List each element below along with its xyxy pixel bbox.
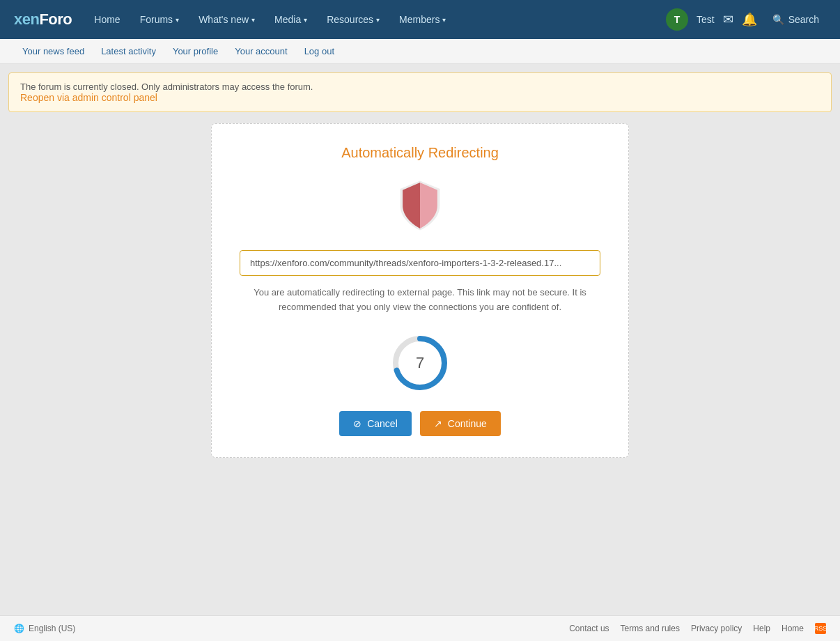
footer-contact-link[interactable]: Contact us (569, 624, 609, 633)
nav-resources[interactable]: Resources ▾ (318, 8, 388, 31)
media-arrow: ▾ (304, 16, 307, 24)
footer-language[interactable]: 🌐 English (US) (14, 624, 75, 633)
resources-arrow: ▾ (376, 16, 380, 24)
footer-home-link[interactable]: Home (781, 624, 804, 633)
continue-button[interactable]: ↗ Continue (420, 411, 501, 436)
search-button[interactable]: 🔍 Search (765, 10, 826, 29)
footer-links: Contact us Terms and rules Privacy polic… (569, 623, 826, 634)
mail-icon[interactable]: ✉ (723, 12, 733, 27)
logo[interactable]: xenForo (14, 10, 72, 29)
logo-foro: Foro (39, 10, 72, 28)
alert-banner: The forum is currently closed. Only admi… (8, 72, 832, 112)
main-nav: Home Forums ▾ What's new ▾ Media ▾ Resou… (86, 8, 666, 31)
redirect-title: Automatically Redirecting (240, 145, 600, 161)
globe-icon: 🌐 (14, 624, 24, 633)
footer-privacy-link[interactable]: Privacy policy (691, 624, 742, 633)
nav-forums[interactable]: Forums ▾ (132, 8, 187, 31)
logo-xen: xen (14, 10, 39, 28)
action-buttons: ⊘ Cancel ↗ Continue (240, 411, 600, 436)
whats-new-arrow: ▾ (251, 16, 255, 24)
user-name[interactable]: Test (697, 14, 715, 25)
reopen-link[interactable]: Reopen via admin control panel (20, 92, 157, 103)
subnav-logout[interactable]: Log out (296, 40, 343, 62)
subnav-account[interactable]: Your account (226, 40, 295, 62)
language-label: English (US) (29, 624, 75, 633)
nav-members[interactable]: Members ▾ (391, 8, 454, 31)
bell-icon[interactable]: 🔔 (742, 12, 757, 27)
cancel-icon: ⊘ (353, 418, 361, 429)
header: xenForo Home Forums ▾ What's new ▾ Media… (0, 0, 840, 39)
redirect-card: Automatically Redirecting https://xenfor… (211, 123, 629, 458)
footer: 🌐 English (US) Contact us Terms and rule… (0, 615, 840, 641)
subnav-profile[interactable]: Your profile (164, 40, 226, 62)
nav-home[interactable]: Home (86, 8, 128, 31)
forums-arrow: ▾ (176, 16, 179, 24)
main-content: Automatically Redirecting https://xenfor… (0, 112, 840, 469)
shield-container (392, 178, 448, 233)
alert-message: The forum is currently closed. Only admi… (20, 82, 313, 92)
footer-help-link[interactable]: Help (753, 624, 770, 633)
nav-media[interactable]: Media ▾ (266, 8, 316, 31)
countdown-container: 7 (389, 332, 451, 394)
continue-label: Continue (448, 418, 487, 429)
rss-icon[interactable]: RSS (815, 623, 826, 634)
subnav-latest-activity[interactable]: Latest activity (93, 40, 164, 62)
header-right: T Test ✉ 🔔 🔍 Search (666, 8, 826, 31)
subnav-news-feed[interactable]: Your news feed (14, 40, 93, 62)
countdown-number: 7 (416, 354, 424, 372)
subnav: Your news feed Latest activity Your prof… (0, 39, 840, 64)
search-icon: 🔍 (772, 14, 784, 25)
shield-icon (392, 178, 448, 233)
footer-terms-link[interactable]: Terms and rules (621, 624, 680, 633)
search-label: Search (788, 14, 819, 25)
cancel-label: Cancel (367, 418, 398, 429)
nav-whats-new[interactable]: What's new ▾ (190, 8, 263, 31)
cancel-button[interactable]: ⊘ Cancel (339, 411, 412, 436)
redirect-url: https://xenforo.com/community/threads/xe… (240, 250, 600, 276)
redirect-description: You are automatically redirecting to ext… (240, 286, 600, 315)
continue-icon: ↗ (434, 418, 442, 429)
avatar[interactable]: T (666, 8, 688, 31)
members-arrow: ▾ (442, 16, 446, 24)
